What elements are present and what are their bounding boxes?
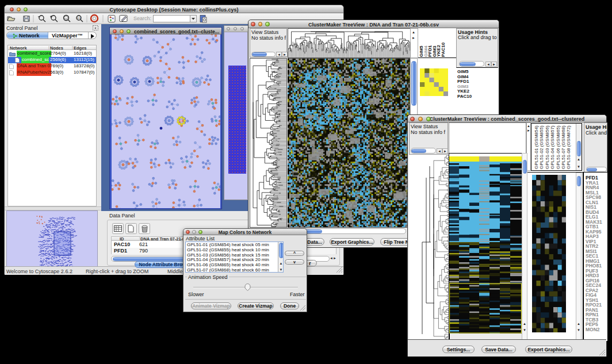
svg-text:1:1: 1:1 <box>77 17 81 20</box>
svg-text:Search:: Search: <box>133 16 151 21</box>
